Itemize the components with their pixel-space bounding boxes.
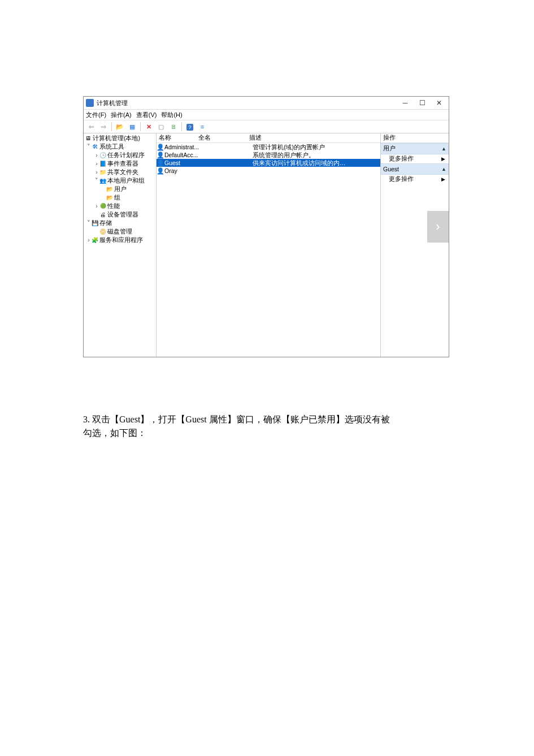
toolbar-separator: [111, 122, 112, 131]
tree-label: 用户: [114, 185, 127, 193]
instruction-text: 3. 双击【Guest】，打开【Guest 属性】窗口，确保【账户已禁用】选项没…: [83, 413, 445, 440]
tree-root[interactable]: 计算机管理(本地): [84, 134, 156, 142]
device-icon: [99, 211, 106, 218]
menu-view[interactable]: 查看(V): [136, 111, 157, 119]
gallery-next-button[interactable]: ›: [427, 211, 449, 243]
maximize-button[interactable]: ☐: [414, 97, 431, 109]
chevron-right-icon: ▶: [441, 156, 445, 162]
user-row-oray[interactable]: 👤 Oray: [157, 167, 380, 175]
tree-device-manager[interactable]: 设备管理器: [84, 210, 156, 219]
user-icon: 👤: [157, 159, 164, 167]
toolbar-separator: [181, 122, 182, 131]
instruction-line-2: 勾选，如下图：: [83, 426, 445, 440]
minimize-button[interactable]: ─: [397, 97, 414, 109]
toolbar: [84, 120, 449, 133]
expand-icon[interactable]: ˅: [86, 219, 92, 227]
performance-icon: [99, 203, 106, 210]
tree-label: 任务计划程序: [107, 151, 145, 159]
user-icon: 👤: [157, 151, 164, 159]
list-pane: 名称 全名 描述 👤 Administrat... 管理计算机(域)的内置帐户 …: [157, 133, 381, 357]
computer-management-window: 计算机管理 ─ ☐ ✕ 文件(F) 操作(A) 查看(V) 帮助(H): [83, 96, 449, 357]
column-name[interactable]: 名称: [157, 134, 198, 142]
menu-file[interactable]: 文件(F): [86, 111, 106, 119]
user-description: 管理计算机(域)的内置帐户: [253, 143, 380, 151]
tree-groups[interactable]: 组: [84, 193, 156, 202]
collapse-icon: ▲: [441, 146, 446, 152]
folder-icon: [99, 169, 106, 176]
actions-more-guest[interactable]: 更多操作 ▶: [381, 175, 449, 184]
expand-icon[interactable]: ›: [94, 159, 99, 168]
action-label: 更多操作: [389, 155, 414, 163]
tree-label: 事件查看器: [107, 159, 138, 168]
tree-label: 存储: [99, 219, 112, 227]
actions-section-guest[interactable]: Guest ▲: [381, 163, 449, 175]
toolbar-separator: [140, 122, 141, 131]
tree-root-label: 计算机管理(本地): [93, 134, 140, 142]
user-icon: 👤: [157, 167, 164, 175]
menu-bar: 文件(F) 操作(A) 查看(V) 帮助(H): [84, 110, 449, 120]
expand-icon[interactable]: ›: [94, 168, 99, 176]
refresh-button[interactable]: [168, 121, 179, 132]
users-icon: [99, 178, 106, 184]
export-button[interactable]: [155, 121, 167, 132]
properties-button[interactable]: [127, 121, 138, 132]
back-button[interactable]: [85, 121, 97, 132]
menu-help[interactable]: 帮助(H): [161, 111, 182, 119]
tree-label: 系统工具: [99, 142, 124, 151]
event-icon: [99, 161, 106, 167]
window-title: 计算机管理: [97, 99, 397, 107]
expand-icon[interactable]: ˅: [94, 176, 99, 185]
forward-button[interactable]: [98, 121, 109, 132]
tree-users[interactable]: 用户: [84, 185, 156, 193]
menu-action[interactable]: 操作(A): [111, 111, 132, 119]
up-button[interactable]: [114, 121, 125, 132]
tree-services-apps[interactable]: › 服务和应用程序: [84, 236, 156, 244]
tree-label: 共享文件夹: [107, 168, 138, 176]
user-row-administrator[interactable]: 👤 Administrat... 管理计算机(域)的内置帐户: [157, 143, 380, 151]
section-label: 用户: [383, 145, 396, 153]
tree-shared-folders[interactable]: › 共享文件夹: [84, 168, 156, 176]
expand-icon[interactable]: ›: [94, 151, 99, 159]
actions-header: 操作: [381, 133, 449, 143]
tree-label: 磁盘管理: [107, 227, 132, 236]
list-body: 👤 Administrat... 管理计算机(域)的内置帐户 👤 Default…: [157, 143, 380, 357]
app-icon: [86, 99, 94, 107]
chevron-right-icon: ›: [436, 219, 440, 234]
tree-local-users[interactable]: ˅ 本地用户和组: [84, 176, 156, 185]
section-label: Guest: [383, 166, 399, 172]
tree-label: 本地用户和组: [107, 176, 145, 185]
user-icon: 👤: [157, 143, 164, 151]
tree-performance[interactable]: › 性能: [84, 202, 156, 210]
tree-pane: 计算机管理(本地) ˅ 系统工具 › 任务计划程序 › 事件查看器: [84, 133, 157, 357]
user-description: 系统管理的用户帐户。: [253, 151, 380, 159]
user-description: 供来宾访问计算机或访问域的内…: [253, 159, 380, 167]
folder-icon: [106, 195, 113, 201]
actions-section-users[interactable]: 用户 ▲: [381, 143, 449, 154]
tree-event-viewer[interactable]: › 事件查看器: [84, 159, 156, 168]
user-row-defaultaccount[interactable]: 👤 DefaultAcc... 系统管理的用户帐户。: [157, 151, 380, 159]
tree-disk-management[interactable]: 磁盘管理: [84, 227, 156, 236]
folder-icon: [106, 186, 113, 193]
expand-icon[interactable]: ›: [94, 202, 99, 210]
storage-icon: [92, 220, 98, 227]
expand-icon[interactable]: ˅: [86, 142, 92, 151]
expand-icon[interactable]: ›: [86, 236, 92, 244]
body: 计算机管理(本地) ˅ 系统工具 › 任务计划程序 › 事件查看器: [84, 133, 449, 357]
action-label: 更多操作: [389, 175, 414, 183]
user-row-guest[interactable]: 👤 Guest 供来宾访问计算机或访问域的内…: [157, 159, 380, 167]
column-description[interactable]: 描述: [249, 134, 380, 142]
tree-task-scheduler[interactable]: › 任务计划程序: [84, 151, 156, 159]
tree-storage[interactable]: ˅ 存储: [84, 219, 156, 227]
tree-label: 组: [114, 193, 120, 202]
tree-label: 性能: [107, 202, 120, 210]
tree-system-tools[interactable]: ˅ 系统工具: [84, 142, 156, 151]
column-fullname[interactable]: 全名: [198, 134, 249, 142]
delete-button[interactable]: [143, 121, 154, 132]
tools-icon: [92, 144, 98, 150]
close-button[interactable]: ✕: [431, 97, 448, 109]
actions-more-users[interactable]: 更多操作 ▶: [381, 154, 449, 163]
help-icon[interactable]: [186, 123, 193, 131]
user-name: Oray: [164, 167, 202, 175]
title-bar: 计算机管理 ─ ☐ ✕: [84, 97, 449, 110]
view-list-button[interactable]: [197, 121, 208, 132]
